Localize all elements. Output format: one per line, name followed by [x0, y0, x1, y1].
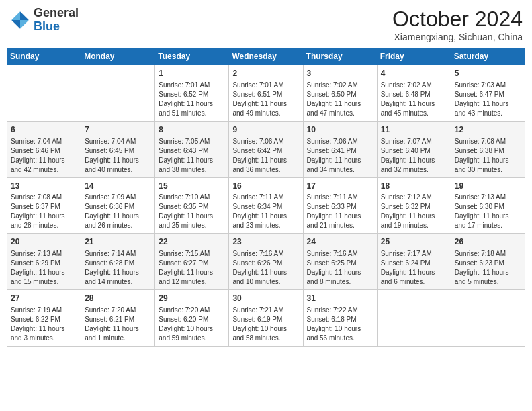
day-number: 13 — [11, 181, 77, 192]
day-info: Sunrise: 7:07 AMSunset: 6:40 PMDaylight:… — [381, 137, 447, 175]
calendar-cell: 10Sunrise: 7:06 AMSunset: 6:41 PMDayligh… — [303, 121, 377, 177]
day-info: Sunrise: 7:11 AMSunset: 6:33 PMDaylight:… — [307, 193, 373, 230]
day-number: 23 — [232, 236, 299, 248]
calendar-location: Xiamengxiang, Sichuan, China — [392, 32, 523, 42]
day-number: 12 — [455, 124, 521, 136]
day-info: Sunrise: 7:21 AMSunset: 6:19 PMDaylight:… — [232, 306, 299, 343]
svg-marker-2 — [20, 20, 29, 29]
calendar-cell — [451, 290, 525, 347]
day-info: Sunrise: 7:01 AMSunset: 6:51 PMDaylight:… — [232, 81, 299, 118]
day-number: 27 — [11, 293, 77, 304]
day-number: 22 — [159, 236, 225, 248]
calendar-cell — [7, 65, 81, 122]
calendar-week-row: 27Sunrise: 7:19 AMSunset: 6:22 PMDayligh… — [7, 290, 525, 347]
day-number: 28 — [85, 293, 151, 304]
day-number: 2 — [232, 68, 299, 79]
day-number: 15 — [159, 181, 225, 192]
day-number: 24 — [307, 236, 373, 248]
day-number: 10 — [307, 124, 373, 136]
day-number: 4 — [381, 68, 447, 79]
calendar-cell: 12Sunrise: 7:08 AMSunset: 6:38 PMDayligh… — [451, 121, 525, 177]
logo-general: General — [34, 6, 79, 19]
calendar-cell: 15Sunrise: 7:10 AMSunset: 6:35 PMDayligh… — [155, 177, 229, 234]
day-info: Sunrise: 7:02 AMSunset: 6:50 PMDaylight:… — [307, 81, 373, 118]
day-number: 17 — [307, 181, 373, 192]
calendar-week-row: 1Sunrise: 7:01 AMSunset: 6:52 PMDaylight… — [7, 65, 525, 122]
page-header: General Blue October 2024 Xiamengxiang, … — [7, 7, 525, 42]
day-info: Sunrise: 7:09 AMSunset: 6:36 PMDaylight:… — [85, 193, 151, 230]
calendar-cell: 5Sunrise: 7:03 AMSunset: 6:47 PMDaylight… — [451, 65, 525, 122]
calendar-cell: 8Sunrise: 7:05 AMSunset: 6:43 PMDaylight… — [155, 121, 229, 177]
calendar-cell — [377, 290, 451, 347]
day-info: Sunrise: 7:01 AMSunset: 6:52 PMDaylight:… — [159, 81, 225, 118]
day-number: 16 — [232, 181, 299, 192]
calendar-cell: 28Sunrise: 7:20 AMSunset: 6:21 PMDayligh… — [81, 290, 155, 347]
day-info: Sunrise: 7:20 AMSunset: 6:20 PMDaylight:… — [159, 306, 225, 343]
calendar-cell: 29Sunrise: 7:20 AMSunset: 6:20 PMDayligh… — [155, 290, 229, 347]
day-number: 29 — [159, 293, 225, 304]
day-number: 21 — [85, 236, 151, 248]
day-number: 31 — [307, 293, 373, 304]
day-info: Sunrise: 7:08 AMSunset: 6:37 PMDaylight:… — [11, 193, 77, 230]
calendar-cell: 18Sunrise: 7:12 AMSunset: 6:32 PMDayligh… — [377, 177, 451, 234]
weekday-header-saturday: Saturday — [451, 48, 525, 65]
svg-marker-1 — [11, 11, 20, 20]
calendar-cell: 2Sunrise: 7:01 AMSunset: 6:51 PMDaylight… — [229, 65, 303, 122]
calendar-week-row: 20Sunrise: 7:13 AMSunset: 6:29 PMDayligh… — [7, 234, 525, 290]
day-info: Sunrise: 7:05 AMSunset: 6:43 PMDaylight:… — [159, 137, 225, 175]
day-info: Sunrise: 7:15 AMSunset: 6:27 PMDaylight:… — [159, 249, 225, 287]
day-number: 30 — [232, 293, 299, 304]
calendar-cell: 27Sunrise: 7:19 AMSunset: 6:22 PMDayligh… — [7, 290, 81, 347]
weekday-header-row: SundayMondayTuesdayWednesdayThursdayFrid… — [7, 48, 525, 65]
day-number: 7 — [85, 124, 151, 136]
day-info: Sunrise: 7:06 AMSunset: 6:41 PMDaylight:… — [307, 137, 373, 175]
day-number: 3 — [307, 68, 373, 79]
day-info: Sunrise: 7:14 AMSunset: 6:28 PMDaylight:… — [85, 249, 151, 287]
logo-text: General Blue — [34, 7, 79, 34]
calendar-cell: 7Sunrise: 7:04 AMSunset: 6:45 PMDaylight… — [81, 121, 155, 177]
day-number: 26 — [455, 236, 521, 248]
day-info: Sunrise: 7:16 AMSunset: 6:25 PMDaylight:… — [307, 249, 373, 287]
day-number: 19 — [455, 181, 521, 192]
calendar-week-row: 6Sunrise: 7:04 AMSunset: 6:46 PMDaylight… — [7, 121, 525, 177]
calendar-cell: 14Sunrise: 7:09 AMSunset: 6:36 PMDayligh… — [81, 177, 155, 234]
calendar-cell: 4Sunrise: 7:02 AMSunset: 6:48 PMDaylight… — [377, 65, 451, 122]
day-number: 20 — [11, 236, 77, 248]
svg-marker-0 — [20, 11, 29, 20]
calendar-cell: 16Sunrise: 7:11 AMSunset: 6:34 PMDayligh… — [229, 177, 303, 234]
calendar-cell: 1Sunrise: 7:01 AMSunset: 6:52 PMDaylight… — [155, 65, 229, 122]
day-number: 11 — [381, 124, 447, 136]
calendar-cell: 23Sunrise: 7:16 AMSunset: 6:26 PMDayligh… — [229, 234, 303, 290]
title-block: October 2024 Xiamengxiang, Sichuan, Chin… — [392, 7, 523, 42]
day-info: Sunrise: 7:16 AMSunset: 6:26 PMDaylight:… — [232, 249, 299, 287]
logo-icon — [9, 9, 31, 31]
calendar-cell: 3Sunrise: 7:02 AMSunset: 6:50 PMDaylight… — [303, 65, 377, 122]
calendar-cell: 17Sunrise: 7:11 AMSunset: 6:33 PMDayligh… — [303, 177, 377, 234]
day-info: Sunrise: 7:03 AMSunset: 6:47 PMDaylight:… — [455, 81, 521, 118]
day-info: Sunrise: 7:12 AMSunset: 6:32 PMDaylight:… — [381, 193, 447, 230]
calendar-cell: 25Sunrise: 7:17 AMSunset: 6:24 PMDayligh… — [377, 234, 451, 290]
day-number: 14 — [85, 181, 151, 192]
day-info: Sunrise: 7:17 AMSunset: 6:24 PMDaylight:… — [381, 249, 447, 287]
calendar-cell: 22Sunrise: 7:15 AMSunset: 6:27 PMDayligh… — [155, 234, 229, 290]
calendar-cell: 19Sunrise: 7:13 AMSunset: 6:30 PMDayligh… — [451, 177, 525, 234]
day-number: 1 — [159, 68, 225, 79]
day-info: Sunrise: 7:06 AMSunset: 6:42 PMDaylight:… — [232, 137, 299, 175]
calendar-cell: 21Sunrise: 7:14 AMSunset: 6:28 PMDayligh… — [81, 234, 155, 290]
day-info: Sunrise: 7:13 AMSunset: 6:29 PMDaylight:… — [11, 249, 77, 287]
day-info: Sunrise: 7:08 AMSunset: 6:38 PMDaylight:… — [455, 137, 521, 175]
calendar-cell — [81, 65, 155, 122]
logo-blue: Blue — [34, 19, 60, 33]
weekday-header-wednesday: Wednesday — [229, 48, 303, 65]
weekday-header-monday: Monday — [81, 48, 155, 65]
day-info: Sunrise: 7:04 AMSunset: 6:46 PMDaylight:… — [11, 137, 77, 175]
day-info: Sunrise: 7:11 AMSunset: 6:34 PMDaylight:… — [232, 193, 299, 230]
logo: General Blue — [9, 7, 79, 34]
day-info: Sunrise: 7:10 AMSunset: 6:35 PMDaylight:… — [159, 193, 225, 230]
weekday-header-tuesday: Tuesday — [155, 48, 229, 65]
calendar-cell: 24Sunrise: 7:16 AMSunset: 6:25 PMDayligh… — [303, 234, 377, 290]
calendar-cell: 11Sunrise: 7:07 AMSunset: 6:40 PMDayligh… — [377, 121, 451, 177]
day-info: Sunrise: 7:13 AMSunset: 6:30 PMDaylight:… — [455, 193, 521, 230]
weekday-header-friday: Friday — [377, 48, 451, 65]
day-info: Sunrise: 7:19 AMSunset: 6:22 PMDaylight:… — [11, 306, 77, 343]
